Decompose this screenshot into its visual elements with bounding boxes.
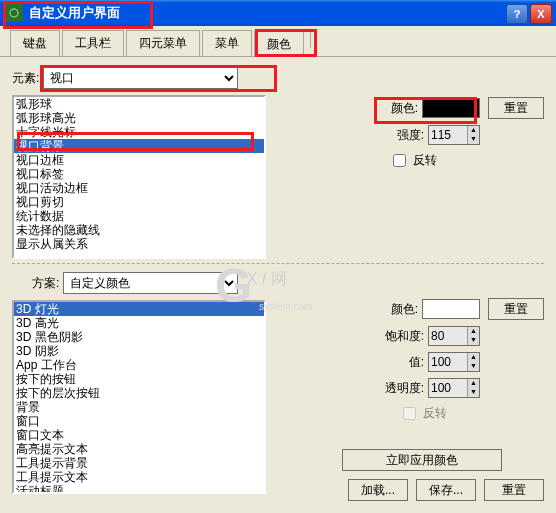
list-item[interactable]: App 工作台 [14,358,264,372]
element-combo[interactable]: 视口 [43,67,238,89]
scheme-label: 方案: [32,275,59,292]
tab-quad[interactable]: 四元菜单 [126,30,200,56]
close-button[interactable]: X [530,4,552,24]
list-item[interactable]: 弧形球高光 [14,111,264,125]
color1-label: 颜色: [374,100,418,117]
value-input[interactable] [429,355,467,369]
list-item[interactable]: 窗口 [14,414,264,428]
opacity-input[interactable] [429,381,467,395]
list-item[interactable]: 按下的按钮 [14,372,264,386]
save-button[interactable]: 保存... [416,479,476,501]
intensity-spinner[interactable]: ▲▼ [428,125,480,145]
list-item[interactable]: 3D 高光 [14,316,264,330]
help-button[interactable]: ? [506,4,528,24]
invert1-checkbox[interactable]: 反转 [389,151,437,170]
color2-label: 颜色: [374,301,418,318]
list-item[interactable]: 3D 黑色阴影 [14,330,264,344]
color1-reset-button[interactable]: 重置 [488,97,544,119]
list-item[interactable]: 弧形球 [14,97,264,111]
list-item[interactable]: 3D 阴影 [14,344,264,358]
list-item[interactable]: 按下的层次按钮 [14,386,264,400]
list-item[interactable]: 活动标题 [14,484,264,494]
color2-swatch[interactable] [422,299,480,319]
tab-toolbar[interactable]: 工具栏 [62,30,124,56]
value-spinner[interactable]: ▲▼ [428,352,480,372]
tab-colors[interactable]: 颜色 [254,31,304,57]
list-item[interactable]: 视口剪切 [14,195,264,209]
reset-button[interactable]: 重置 [484,479,544,501]
spinner-down-icon[interactable]: ▼ [467,135,479,144]
scheme-listbox[interactable]: 3D 灯光3D 高光3D 黑色阴影3D 阴影App 工作台按下的按钮按下的层次按… [12,300,266,494]
element-label: 元素: [12,70,39,87]
list-item[interactable]: 视口背景 [14,139,264,153]
list-item[interactable]: 高亮提示文本 [14,442,264,456]
list-item[interactable]: 视口活动边框 [14,181,264,195]
list-item[interactable]: 窗口文本 [14,428,264,442]
opacity-spinner[interactable]: ▲▼ [428,378,480,398]
saturation-label: 饱和度: [380,328,424,345]
list-item[interactable]: 背景 [14,400,264,414]
element-listbox[interactable]: 弧形球弧形球高光十字线光标视口背景视口边框视口标签视口活动边框视口剪切统计数据未… [12,95,266,259]
list-item[interactable]: 十字线光标 [14,125,264,139]
color1-swatch[interactable] [422,98,480,118]
list-item[interactable]: 统计数据 [14,209,264,223]
list-item[interactable]: 工具提示背景 [14,456,264,470]
app-icon [5,4,23,22]
list-item[interactable]: 工具提示文本 [14,470,264,484]
svg-point-0 [10,9,18,17]
load-button[interactable]: 加载... [348,479,408,501]
tab-row: 键盘 工具栏 四元菜单 菜单 颜色 [0,26,556,57]
window-title: 自定义用户界面 [29,4,120,22]
scheme-combo[interactable]: 自定义颜色 [63,272,238,294]
apply-button[interactable]: 立即应用颜色 [342,449,502,471]
tab-keyboard[interactable]: 键盘 [10,30,60,56]
list-item[interactable]: 视口标签 [14,167,264,181]
intensity-input[interactable] [429,128,467,142]
intensity-label: 强度: [380,127,424,144]
color2-reset-button[interactable]: 重置 [488,298,544,320]
list-item[interactable]: 未选择的隐藏线 [14,223,264,237]
titlebar: 自定义用户界面 ? X [0,0,556,26]
spinner-up-icon[interactable]: ▲ [467,126,479,135]
saturation-spinner[interactable]: ▲▼ [428,326,480,346]
value-label: 值: [380,354,424,371]
invert2-checkbox[interactable]: 反转 [399,404,447,423]
saturation-input[interactable] [429,329,467,343]
tab-menu[interactable]: 菜单 [202,30,252,56]
list-item[interactable]: 3D 灯光 [14,302,264,316]
opacity-label: 透明度: [380,380,424,397]
list-item[interactable]: 显示从属关系 [14,237,264,251]
list-item[interactable]: 视口边框 [14,153,264,167]
